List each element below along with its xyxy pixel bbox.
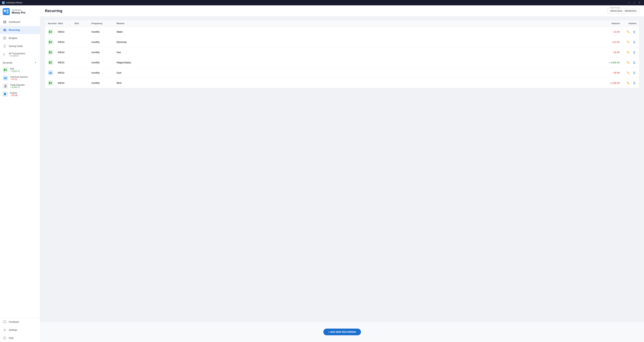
budgets-icon: $: [3, 36, 7, 40]
row-start: 9/6/24: [58, 82, 75, 84]
svg-rect-33: [51, 51, 52, 54]
n26-name: N26: [10, 68, 20, 70]
account-item-trade-republic[interactable]: Trade Republic + 8,839.72: [0, 82, 40, 90]
delete-button[interactable]: 🗑️: [632, 81, 636, 85]
row-actions: ✏️ 🗑️: [620, 30, 636, 34]
row-account-icon: [48, 40, 58, 45]
titlebar-app-info: 💰 Ashampoo Money: [2, 1, 22, 4]
svg-point-25: [4, 330, 5, 330]
svg-text:?: ?: [4, 337, 5, 339]
row-frequency: monthly: [92, 82, 116, 84]
col-header-account: Account: [48, 22, 58, 25]
page-title: Recurring: [45, 9, 62, 13]
account-item-amex[interactable]: American Express - 475.51: [0, 74, 40, 82]
app-layout: Ashampoo Money Pro Dashboard Recurring $…: [0, 5, 644, 342]
sidebar-item-recurring[interactable]: Recurring: [0, 26, 40, 34]
saving-goals-icon: [3, 44, 7, 48]
recurring-label: Recurring: [9, 29, 20, 31]
row-actions: ✏️ 🗑️: [620, 40, 636, 44]
amex-balance: - 475.51: [10, 78, 28, 80]
row-start: 9/6/24: [58, 30, 75, 33]
edit-button[interactable]: ✏️: [626, 50, 630, 55]
svg-rect-21: [6, 85, 6, 88]
edit-button[interactable]: ✏️: [626, 70, 630, 75]
date-range-label: Date Range: [610, 7, 621, 9]
row-actions: ✏️ 🗑️: [620, 50, 636, 55]
account-item-paypal[interactable]: PayPal - 153.98: [0, 90, 40, 98]
svg-rect-39: [51, 82, 52, 84]
saving-goals-label: Saving Goals: [9, 45, 23, 48]
settings-label: Settings: [9, 328, 17, 331]
edit-button[interactable]: ✏️: [626, 60, 630, 65]
svg-rect-9: [3, 31, 5, 31]
svg-rect-4: [5, 20, 6, 22]
recurring-table: Account Start End Frequency Reason Amoun…: [45, 20, 639, 88]
sidebar-item-feedback[interactable]: Feedback: [0, 318, 40, 326]
svg-rect-36: [49, 72, 52, 74]
svg-rect-32: [49, 51, 50, 54]
delete-button[interactable]: 🗑️: [632, 40, 636, 44]
sidebar-item-dashboard[interactable]: Dashboard: [0, 18, 40, 26]
svg-point-10: [6, 30, 6, 31]
svg-rect-15: [4, 69, 5, 71]
paypal-balance: - 153.98: [10, 94, 18, 96]
delete-button[interactable]: 🗑️: [632, 30, 636, 34]
app-brand-bottom: Money Pro: [12, 11, 26, 14]
svg-rect-34: [49, 61, 50, 64]
sidebar-item-settings[interactable]: Settings: [0, 326, 40, 334]
accounts-title: Accounts: [3, 61, 12, 64]
svg-rect-37: [49, 72, 52, 73]
sidebar-item-budgets[interactable]: $ Budgets: [0, 34, 40, 42]
table-row: 9/6/24 monthly Rent - 1,236.00 ✏️ 🗑️: [45, 78, 639, 88]
delete-button[interactable]: 🗑️: [632, 50, 636, 55]
row-reason: Water: [116, 30, 594, 33]
close-button[interactable]: ✕: [637, 1, 642, 4]
svg-rect-13: [4, 47, 5, 48]
window-controls[interactable]: — □ ✕: [626, 1, 642, 4]
svg-rect-7: [3, 29, 6, 30]
feedback-label: Feedback: [9, 320, 19, 323]
edit-button[interactable]: ✏️: [626, 81, 630, 85]
row-amount: - 1,236.00: [594, 82, 620, 84]
amex-name: American Express: [10, 76, 28, 78]
add-recurring-button[interactable]: + ADD NEW RECURRING: [323, 328, 361, 335]
dashboard-icon: [3, 20, 7, 24]
row-account-icon: [48, 70, 58, 76]
edit-button[interactable]: ✏️: [626, 40, 630, 44]
sidebar-item-help[interactable]: ? Help: [0, 334, 40, 342]
n26-info: N26 + 5,818.70: [10, 68, 20, 72]
trade-republic-name: Trade Republic: [10, 84, 25, 86]
row-amount: - 22.00: [594, 30, 620, 33]
budgets-label: Budgets: [9, 37, 17, 40]
edit-button[interactable]: ✏️: [626, 30, 630, 34]
row-reason: Rent: [116, 82, 594, 84]
all-transactions-icon: Σ: [3, 52, 7, 56]
app-name: Ashampoo Money Pro: [12, 9, 26, 14]
svg-text:Σ: Σ: [3, 53, 5, 56]
svg-rect-23: [4, 93, 6, 95]
main-header: Recurring Date Range 09/01/2024 – 09/08/…: [40, 5, 644, 16]
delete-button[interactable]: 🗑️: [632, 70, 636, 75]
bottom-bar: + ADD NEW RECURRING: [40, 322, 644, 342]
amex-icon: [3, 75, 8, 81]
row-start: 9/6/24: [58, 41, 75, 44]
col-header-amount: Amount: [594, 22, 620, 25]
row-frequency: monthly: [92, 72, 116, 74]
minimize-button[interactable]: —: [626, 1, 631, 4]
svg-rect-30: [49, 41, 50, 43]
sidebar: Ashampoo Money Pro Dashboard Recurring $…: [0, 5, 40, 342]
svg-rect-5: [3, 22, 4, 23]
delete-button[interactable]: 🗑️: [632, 60, 636, 65]
trade-republic-info: Trade Republic + 8,839.72: [10, 84, 25, 88]
settings-icon: [3, 328, 7, 332]
maximize-button[interactable]: □: [632, 1, 636, 4]
sidebar-item-saving-goals[interactable]: Saving Goals: [0, 42, 40, 50]
account-item-n26[interactable]: N26 + 5,818.70: [0, 66, 40, 74]
table-row: 9/6/24 monthly Water - 22.00 ✏️ 🗑️: [45, 27, 639, 37]
date-range-box[interactable]: Date Range 09/01/2024 – 09/08/2024: [608, 8, 639, 14]
add-account-button[interactable]: +: [34, 61, 38, 64]
help-label: Help: [9, 337, 14, 339]
sidebar-item-all-transactions[interactable]: Σ All Transactions + 14,028.93: [0, 50, 40, 59]
all-transactions-label: All Transactions: [9, 52, 25, 55]
table-row: 9/6/24 monthly Gas - 82.45 ✏️ 🗑️: [45, 47, 639, 58]
